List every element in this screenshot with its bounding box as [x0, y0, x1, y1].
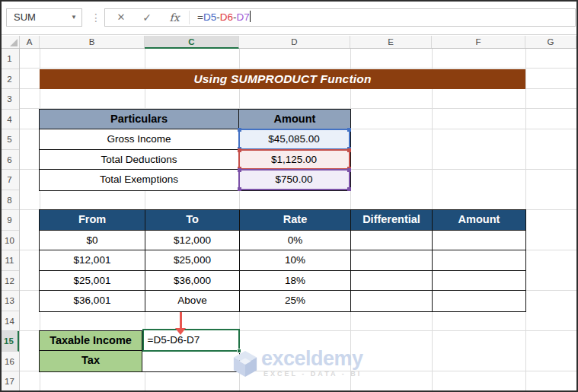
table-cell[interactable]: 0% — [240, 231, 351, 251]
table-cell[interactable] — [433, 231, 525, 251]
ref-box-D6[interactable]: $1,125.00 — [238, 149, 350, 171]
row-header-15[interactable]: 15 — [0, 331, 19, 352]
row-header-9[interactable]: 9 — [0, 210, 19, 231]
cell-total-deductions-label[interactable]: Total Deductions — [40, 150, 239, 171]
enter-icon[interactable]: ✓ — [137, 9, 157, 26]
fill-handle[interactable] — [237, 349, 241, 353]
column-header-B[interactable]: B — [40, 36, 145, 48]
table-cell[interactable]: $25,000 — [145, 250, 240, 271]
table-cell[interactable]: 25% — [240, 291, 351, 311]
table-cell[interactable]: 18% — [240, 271, 351, 292]
bracket-header-amount[interactable]: Amount — [433, 210, 525, 231]
row-header-11[interactable]: 11 — [0, 250, 19, 271]
formula-input[interactable]: =D5-D6-D7 — [197, 9, 251, 26]
ref-value-D7: $750.00 — [240, 171, 349, 189]
column-header-C[interactable]: C — [145, 36, 239, 49]
ref-box-D5[interactable]: $45,085.00 — [238, 129, 350, 150]
formula-bar-separator-dots-icon: ⋮ — [91, 8, 101, 27]
formula-part-0: = — [197, 11, 203, 23]
in-cell-formula: =D5-D6-D7 — [144, 330, 239, 350]
table-cell[interactable]: 10% — [240, 250, 351, 271]
row-header-6[interactable]: 6 — [0, 150, 19, 171]
cell-total-exemptions-label[interactable]: Total Exemptions — [40, 170, 239, 190]
row-header-16[interactable]: 16 — [0, 352, 19, 372]
row-header-14[interactable]: 14 — [0, 311, 19, 332]
ref-value-D5: $45,085.00 — [240, 130, 349, 148]
table-cell[interactable] — [351, 231, 433, 251]
cell-C16[interactable] — [142, 351, 239, 371]
row-header-17[interactable]: 17 — [0, 371, 19, 392]
table-cell[interactable]: $36,001 — [40, 291, 145, 311]
bracket-header-to[interactable]: To — [145, 210, 240, 231]
row-header-4[interactable]: 4 — [0, 110, 19, 130]
text-cursor — [250, 11, 251, 22]
red-annotation-arrow-icon — [175, 312, 186, 335]
ref-box-D7[interactable]: $750.00 — [238, 169, 350, 190]
bracket-header-differential[interactable]: Differential — [351, 210, 433, 231]
ref-handle[interactable] — [347, 128, 351, 132]
taxable-income-label[interactable]: Taxable Income — [40, 331, 142, 352]
ref-handle[interactable] — [238, 168, 241, 172]
formula-bar-divider — [189, 11, 190, 24]
column-header-D[interactable]: D — [239, 36, 350, 48]
ref-handle[interactable] — [347, 187, 351, 191]
watermark-brand: exceldemy — [261, 349, 363, 368]
column-header-F[interactable]: F — [432, 36, 525, 48]
row-header-7[interactable]: 7 — [0, 170, 19, 190]
income-table-header-particulars[interactable]: Particulars — [40, 110, 239, 130]
exceldemy-cube-icon — [232, 349, 258, 379]
formula-part-1: D5 — [203, 11, 216, 23]
table-cell[interactable]: $36,000 — [145, 271, 240, 292]
select-all-button[interactable] — [0, 36, 20, 48]
column-header-E[interactable]: E — [350, 36, 432, 48]
column-header-G[interactable]: G — [525, 36, 576, 48]
formula-input-area: ✕ ✓ fx =D5-D6-D7 — [104, 8, 576, 27]
insert-function-icon[interactable]: fx — [164, 9, 184, 26]
tax-label[interactable]: Tax — [40, 351, 142, 371]
name-box-value: SUM — [14, 11, 36, 23]
table-cell[interactable]: $0 — [40, 231, 145, 251]
formula-part-5: D7 — [236, 11, 249, 23]
gridline — [576, 49, 577, 391]
ref-handle[interactable] — [347, 168, 351, 172]
row-header-8[interactable]: 8 — [0, 190, 19, 211]
ref-value-D6: $1,125.00 — [240, 151, 349, 169]
cell-gross-income-label[interactable]: Gross Income — [40, 129, 239, 150]
row-header-10[interactable]: 10 — [0, 231, 19, 251]
table-cell[interactable] — [433, 291, 525, 311]
spreadsheet-app: SUM ▼ ⋮ ✕ ✓ fx =D5-D6-D7 ABCDEFG 1234567… — [0, 0, 578, 392]
ref-handle[interactable] — [238, 148, 241, 152]
select-all-triangle-icon — [10, 39, 18, 46]
table-cell[interactable] — [433, 250, 525, 271]
table-cell[interactable] — [351, 271, 433, 292]
active-cell-C15[interactable]: =D5-D6-D7 — [142, 329, 241, 352]
table-cell[interactable]: $12,001 — [40, 250, 145, 271]
bracket-header-from[interactable]: From — [40, 210, 145, 231]
cancel-icon[interactable]: ✕ — [111, 9, 131, 26]
row-header-12[interactable]: 12 — [0, 271, 19, 292]
row-header-3[interactable]: 3 — [0, 89, 19, 110]
row-header-1[interactable]: 1 — [0, 49, 19, 69]
name-box[interactable]: SUM ▼ — [6, 8, 82, 27]
name-box-dropdown-icon[interactable]: ▼ — [71, 9, 77, 26]
watermark-tagline: EXCEL - DATA - BI — [261, 370, 363, 378]
row-header-13[interactable]: 13 — [0, 291, 19, 311]
column-header-A[interactable]: A — [20, 36, 40, 48]
row-header-strip: 1234567891011121314151617 — [0, 49, 20, 392]
ref-handle[interactable] — [238, 128, 241, 132]
ref-handle[interactable] — [238, 187, 241, 191]
table-cell[interactable]: $25,001 — [40, 271, 145, 292]
table-cell[interactable] — [433, 271, 525, 292]
table-cell[interactable] — [351, 291, 433, 311]
tax-bracket-table: From To Rate Differential Amount $0 $12,… — [39, 209, 526, 312]
ref-handle[interactable] — [347, 148, 351, 152]
table-cell[interactable]: Above — [145, 291, 240, 311]
exceldemy-watermark: exceldemy EXCEL - DATA - BI — [232, 349, 363, 379]
row-header-5[interactable]: 5 — [0, 129, 19, 150]
table-cell[interactable]: $12,000 — [145, 231, 240, 251]
income-table-header-amount[interactable]: Amount — [239, 110, 350, 130]
formula-part-3: D6 — [220, 11, 233, 23]
table-cell[interactable] — [351, 250, 433, 271]
row-header-2[interactable]: 2 — [0, 69, 19, 90]
bracket-header-rate[interactable]: Rate — [240, 210, 351, 231]
